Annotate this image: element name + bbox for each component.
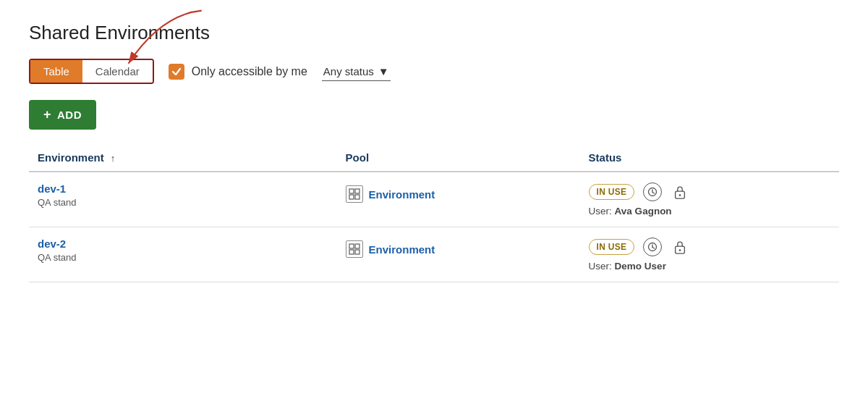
lock-icon-0[interactable] [671,182,689,201]
lock-icon-1[interactable] [671,238,689,256]
view-toggle: Table Calendar [29,59,154,84]
col-label-pool: Pool [346,151,370,164]
svg-rect-11 [355,244,359,248]
table-view-button[interactable]: Table [30,60,82,83]
plus-icon: + [43,107,51,122]
status-dropdown-label: Any status [323,65,374,77]
lock-svg [673,185,687,199]
clock-svg [647,187,658,197]
pool-icon-0 [346,185,363,203]
svg-rect-2 [355,189,359,193]
add-button-label: ADD [57,109,82,121]
env-name-link-0[interactable]: dev-1 [38,182,66,195]
env-cell-1: dev-2 QA stand [29,227,337,282]
user-name-0: Ava Gagnon [615,206,672,217]
lock-svg [673,240,687,254]
pool-cell-0: Environment [337,172,580,227]
status-badge-0: IN USE [589,184,635,200]
col-label-status: Status [589,151,622,164]
calendar-view-button[interactable]: Calendar [82,60,153,83]
status-dropdown[interactable]: Any status ▼ [322,62,391,81]
table-header-row: Environment ↑ Pool Status [29,144,839,172]
user-name-1: Demo User [615,261,666,272]
col-header-environment[interactable]: Environment ↑ [29,144,337,172]
svg-rect-1 [349,189,354,193]
pool-cell-1: Environment [337,227,580,282]
environments-table: Environment ↑ Pool Status dev-1 QA stand [29,144,839,282]
grid-icon [349,188,360,200]
env-sub-1: QA stand [38,252,328,263]
accessible-by-me-label: Only accessible by me [192,65,307,78]
col-label-environment: Environment [38,151,104,164]
page-title: Shared Environments [29,22,839,44]
env-sub-0: QA stand [38,197,328,208]
table-row: dev-1 QA stand Environment IN USE [29,172,839,227]
accessible-by-me-checkbox[interactable] [169,64,184,80]
svg-point-18 [679,249,681,251]
user-label-1: User: Demo User [589,261,830,272]
sort-arrow-icon: ↑ [111,153,116,164]
table-row: dev-2 QA stand Environment IN USE [29,227,839,282]
add-button[interactable]: + ADD [29,100,96,130]
svg-line-16 [652,248,655,249]
status-cell-1: IN USE [580,227,839,282]
col-header-pool: Pool [337,144,580,172]
user-label-0: User: Ava Gagnon [589,206,830,217]
chevron-down-icon: ▼ [378,65,389,77]
pool-icon-1 [346,240,363,258]
clock-icon-1[interactable] [643,238,662,256]
svg-rect-10 [349,244,354,248]
env-cell-0: dev-1 QA stand [29,172,337,227]
grid-icon [349,243,360,255]
status-badge-1: IN USE [589,239,635,255]
svg-line-7 [652,193,655,194]
svg-point-9 [679,194,681,196]
pool-name-0[interactable]: Environment [369,188,435,201]
col-header-status: Status [580,144,839,172]
checkmark-icon [171,67,182,77]
pool-name-1[interactable]: Environment [369,243,435,256]
svg-rect-13 [355,250,359,254]
svg-rect-12 [349,250,354,254]
svg-rect-4 [355,195,359,199]
status-cell-0: IN USE [580,172,839,227]
clock-svg [647,242,658,252]
env-name-link-1[interactable]: dev-2 [38,238,66,250]
accessible-by-me-checkbox-wrapper[interactable]: Only accessible by me [169,64,307,80]
svg-rect-3 [349,195,354,199]
clock-icon-0[interactable] [643,182,662,201]
